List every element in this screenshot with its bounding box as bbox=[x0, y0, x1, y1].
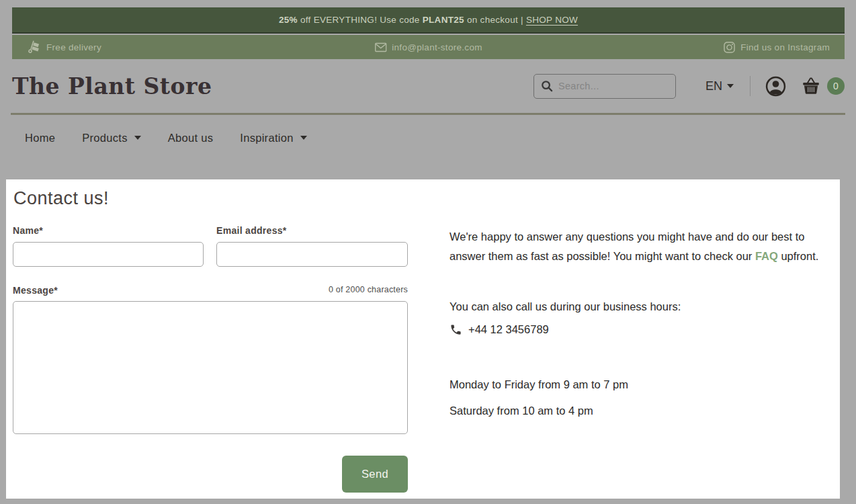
phone-number[interactable]: +44 12 3456789 bbox=[468, 323, 549, 336]
intro-before: We're happy to answer any questions you … bbox=[450, 230, 804, 262]
language-selector[interactable]: EN bbox=[705, 79, 734, 93]
chevron-down-icon bbox=[300, 136, 307, 140]
promo-after-code: on checkout | bbox=[464, 15, 523, 25]
free-delivery: Free delivery bbox=[27, 40, 101, 54]
promo-text: 25% off EVERYTHING! Use code PLANT25 on … bbox=[279, 15, 523, 25]
weekday-hours: Monday to Friday from 9 am to 7 pm bbox=[450, 378, 628, 391]
chevron-down-icon bbox=[727, 84, 734, 88]
instagram-label: Find us on Instagram bbox=[740, 42, 830, 52]
header-controls: EN bbox=[533, 74, 845, 99]
instagram-link[interactable]: Find us on Instagram bbox=[724, 42, 830, 53]
intro-paragraph: We're happy to answer any questions you … bbox=[450, 227, 838, 266]
header-divider bbox=[750, 76, 751, 96]
nav-item-label: Inspiration bbox=[240, 132, 293, 144]
hours-intro: You can also call us during our business… bbox=[450, 300, 681, 313]
instagram-icon bbox=[724, 42, 735, 53]
name-label: Name* bbox=[13, 225, 204, 236]
main-nav: Home Products About us Inspiration bbox=[12, 115, 307, 161]
email-label: info@plant-store.com bbox=[392, 42, 482, 52]
account-button[interactable] bbox=[765, 76, 786, 97]
nav-item-inspiration[interactable]: Inspiration bbox=[240, 132, 306, 144]
site-logo[interactable]: The Plant Store bbox=[12, 73, 212, 99]
language-label: EN bbox=[705, 79, 722, 93]
message-label: Message* bbox=[13, 285, 58, 296]
send-button[interactable]: Send bbox=[342, 456, 408, 493]
faq-link[interactable]: FAQ bbox=[755, 250, 778, 262]
email-label: Email address* bbox=[216, 225, 408, 236]
cart-button[interactable]: 0 bbox=[801, 77, 845, 95]
phone-receiver-icon bbox=[450, 323, 462, 336]
chevron-down-icon bbox=[134, 136, 141, 140]
promo-middle: off EVERYTHING! Use code bbox=[298, 15, 423, 25]
search-input[interactable] bbox=[558, 81, 669, 91]
envelope-icon bbox=[374, 42, 386, 52]
saturday-hours: Saturday from 10 am to 4 pm bbox=[450, 405, 593, 417]
intro-after: upfront. bbox=[778, 250, 819, 262]
nav-item-label: Home bbox=[25, 132, 55, 144]
shop-now-link[interactable]: SHOP NOW bbox=[526, 15, 578, 25]
nav-item-products[interactable]: Products bbox=[82, 132, 141, 144]
message-header-row: Message* 0 of 2000 characters bbox=[13, 285, 408, 296]
free-delivery-label: Free delivery bbox=[46, 42, 101, 52]
person-circle-icon bbox=[765, 76, 786, 97]
name-field[interactable] bbox=[13, 242, 204, 267]
nav-item-label: Products bbox=[82, 132, 128, 144]
char-counter: 0 of 2000 characters bbox=[329, 285, 408, 296]
email-field-group: Email address* bbox=[216, 225, 408, 267]
promo-code: PLANT25 bbox=[423, 15, 464, 25]
name-field-group: Name* bbox=[13, 225, 204, 267]
hand-truck-icon bbox=[27, 40, 41, 54]
info-bar: Free delivery info@plant-store.com Find … bbox=[12, 35, 845, 59]
page-title: Contact us! bbox=[13, 188, 109, 209]
message-field[interactable] bbox=[13, 301, 408, 434]
email-contact[interactable]: info@plant-store.com bbox=[374, 42, 482, 52]
nav-item-home[interactable]: Home bbox=[25, 132, 55, 144]
cart-count-badge: 0 bbox=[827, 77, 845, 95]
promo-discount: 25% bbox=[279, 15, 298, 25]
contact-form: Name* Email address* Message* 0 of 2000 … bbox=[13, 225, 408, 493]
phone-row: +44 12 3456789 bbox=[450, 323, 549, 336]
magnifier-icon bbox=[541, 80, 553, 92]
email-field[interactable] bbox=[216, 242, 408, 267]
name-email-row: Name* Email address* bbox=[13, 225, 408, 267]
contact-panel: Contact us! Name* Email address* Message… bbox=[6, 179, 840, 499]
nav-item-about-us[interactable]: About us bbox=[168, 132, 214, 144]
nav-item-label: About us bbox=[168, 132, 214, 144]
basket-icon bbox=[801, 77, 821, 95]
search-box[interactable] bbox=[533, 74, 676, 99]
site-header: The Plant Store EN bbox=[12, 59, 845, 113]
promo-banner: 25% off EVERYTHING! Use code PLANT25 on … bbox=[12, 7, 845, 34]
